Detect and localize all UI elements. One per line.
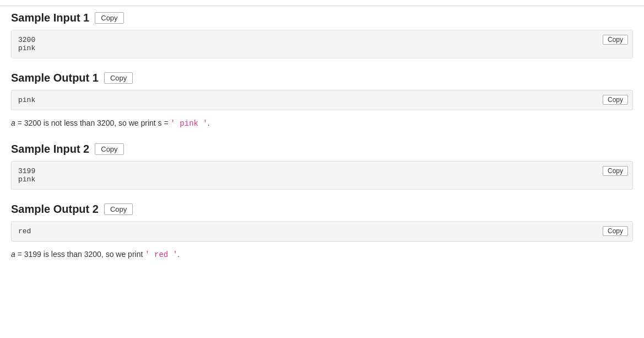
section-sample-output-2: Sample Output 2CopyredCopya = 3199 is le…	[11, 203, 633, 261]
copy-header-button-sample-output-2[interactable]: Copy	[104, 203, 133, 215]
section-header-sample-output-2: Sample Output 2Copy	[11, 203, 633, 216]
explanation-code-sample-output-1: ' pink '	[171, 119, 208, 128]
explanation-sample-output-1: a = 3200 is not less than 3200, so we pr…	[11, 117, 633, 130]
code-content-sample-input-1: 3200 pink	[18, 36, 626, 52]
code-block-sample-input-1: 3200 pinkCopy	[11, 30, 633, 58]
section-header-sample-output-1: Sample Output 1Copy	[11, 72, 633, 84]
section-sample-output-1: Sample Output 1CopypinkCopya = 3200 is n…	[11, 72, 633, 130]
copy-inline-button-sample-output-1[interactable]: Copy	[603, 95, 628, 105]
code-content-sample-output-1: pink	[18, 96, 626, 104]
section-title-sample-output-1: Sample Output 1	[11, 72, 99, 84]
math-variable-a: a	[11, 250, 15, 259]
code-block-sample-output-2: redCopy	[11, 221, 633, 242]
copy-header-button-sample-input-1[interactable]: Copy	[95, 12, 123, 24]
copy-header-button-sample-input-2[interactable]: Copy	[95, 143, 123, 155]
section-header-sample-input-1: Sample Input 1Copy	[11, 12, 633, 24]
code-content-sample-output-2: red	[18, 227, 626, 235]
section-title-sample-input-1: Sample Input 1	[11, 12, 89, 24]
section-sample-input-1: Sample Input 1Copy3200 pinkCopy	[11, 12, 633, 58]
math-variable-a: a	[11, 119, 15, 127]
code-block-sample-input-2: 3199 pinkCopy	[11, 161, 633, 190]
page-container: Sample Input 1Copy3200 pinkCopySample Ou…	[0, 6, 644, 286]
code-content-sample-input-2: 3199 pink	[18, 167, 626, 184]
section-title-sample-output-2: Sample Output 2	[11, 203, 99, 216]
explanation-sample-output-2: a = 3199 is less than 3200, so we print …	[11, 248, 633, 261]
copy-inline-button-sample-input-1[interactable]: Copy	[603, 35, 628, 45]
section-sample-input-2: Sample Input 2Copy3199 pinkCopy	[11, 143, 633, 190]
copy-inline-button-sample-input-2[interactable]: Copy	[603, 166, 628, 176]
copy-inline-button-sample-output-2[interactable]: Copy	[603, 226, 628, 236]
explanation-code-sample-output-2: ' red '	[145, 250, 177, 259]
section-header-sample-input-2: Sample Input 2Copy	[11, 143, 633, 155]
copy-header-button-sample-output-1[interactable]: Copy	[104, 72, 133, 84]
section-title-sample-input-2: Sample Input 2	[11, 143, 89, 155]
code-block-sample-output-1: pinkCopy	[11, 90, 633, 110]
